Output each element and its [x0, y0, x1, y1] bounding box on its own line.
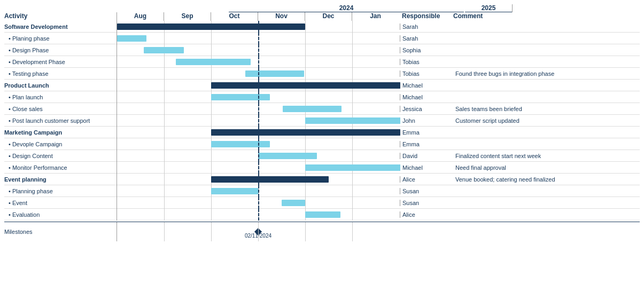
activity-cell: • Close sales	[4, 106, 117, 112]
grid-line	[305, 138, 306, 150]
year-header: 2024 2025	[4, 4, 640, 12]
grid-line	[211, 103, 212, 115]
grid-line	[305, 185, 306, 197]
comment-cell: Finalized content start next week	[453, 153, 541, 159]
activity-cell: Event planning	[4, 176, 117, 183]
task-bar	[305, 117, 400, 124]
task-bar	[176, 59, 251, 65]
table-row: • Planning phaseSusan	[4, 185, 640, 197]
comment-cell: Customer script updated	[453, 117, 519, 124]
grid-line	[352, 174, 353, 185]
grid-line	[211, 197, 212, 209]
grid-line	[164, 80, 165, 91]
milestone-chart: 02/11/2024	[117, 222, 400, 241]
gantt-rows: Software DevelopmentSarah• Planing phase…	[4, 21, 640, 221]
activity-cell: • Testing phase	[4, 70, 117, 77]
responsible-cell: Michael	[400, 164, 453, 171]
grid-line	[211, 162, 212, 174]
gantt-chart: 2024 2025 Activity AugSepOctNovDecJan Re…	[4, 4, 640, 241]
grid-line	[164, 103, 165, 115]
grid-line	[305, 33, 306, 44]
responsible-cell: Michael	[400, 94, 453, 100]
grid-line	[211, 209, 212, 221]
responsible-cell: Emma	[400, 129, 453, 136]
task-bar	[144, 47, 184, 53]
responsible-cell: John	[400, 117, 453, 124]
grid-line	[258, 222, 259, 241]
chart-cell	[117, 44, 400, 56]
chart-cell	[117, 103, 400, 115]
activity-cell: • Planing phase	[4, 35, 117, 42]
responsible-cell: Sophia	[400, 47, 453, 53]
table-row: Software DevelopmentSarah	[4, 21, 640, 33]
month-header-jan: Jan	[352, 12, 399, 21]
responsible-cell: Jessica	[400, 106, 453, 112]
activity-cell: • Plan launch	[4, 94, 117, 100]
grid-line	[352, 103, 353, 115]
table-row: Event planningAliceVenue booked; caterin…	[4, 174, 640, 185]
chart-cell	[117, 162, 400, 174]
month-header-sep: Sep	[164, 12, 211, 21]
responsible-cell: David	[400, 153, 453, 159]
grid-line	[258, 209, 259, 221]
grid-line	[305, 222, 306, 241]
grid-line	[164, 209, 165, 221]
summary-bar	[117, 23, 305, 30]
task-bar	[305, 164, 400, 171]
comment-cell: Found three bugs in integration phase	[453, 70, 554, 77]
activity-cell: • Design Phase	[4, 47, 117, 53]
grid-line	[164, 115, 165, 127]
grid-line	[258, 115, 259, 127]
activity-cell: • Planning phase	[4, 188, 117, 194]
table-row: • Planing phaseSarah	[4, 33, 640, 44]
grid-line	[164, 138, 165, 150]
grid-line	[305, 56, 306, 68]
table-row: • Devople CampaignEmma	[4, 138, 640, 150]
month-header-nov: Nov	[258, 12, 305, 21]
month-header-aug: Aug	[117, 12, 164, 21]
year-2025-label: 2025	[465, 4, 512, 12]
grid-line	[305, 21, 306, 33]
table-row: • Design ContentDavidFinalized content s…	[4, 150, 640, 162]
table-row: • Monitor PerformanceMichaelNeed final a…	[4, 162, 640, 174]
activity-cell: • Evaluation	[4, 211, 117, 218]
table-row: • EvaluationAlice	[4, 209, 640, 221]
grid-line	[164, 68, 165, 80]
task-bar	[258, 153, 317, 159]
task-bar	[211, 188, 258, 194]
grid-line	[352, 150, 353, 162]
grid-line	[352, 222, 353, 241]
grid-line	[164, 197, 165, 209]
grid-line	[211, 222, 212, 241]
activity-cell: • Post launch customer support	[4, 117, 117, 124]
chart-cell	[117, 197, 400, 209]
activity-cell: Software Development	[4, 23, 117, 30]
grid-line	[164, 222, 165, 241]
chart-cell	[117, 150, 400, 162]
year-2024-label: 2024	[229, 4, 464, 12]
chart-cell	[117, 185, 400, 197]
comment-cell: Sales teams been briefed	[453, 106, 522, 112]
grid-line	[305, 91, 306, 103]
grid-line	[352, 185, 353, 197]
grid-line	[164, 185, 165, 197]
activity-cell: • Design Content	[4, 153, 117, 159]
milestones-row: Milestones 02/11/2024	[4, 222, 640, 241]
grid-line	[352, 138, 353, 150]
grid-line	[258, 103, 259, 115]
task-bar	[211, 141, 270, 147]
comment-cell: Need final approval	[453, 164, 506, 171]
comment-column-header: Comment	[453, 12, 483, 21]
chart-cell	[117, 115, 400, 127]
table-row: • Design PhaseSophia	[4, 44, 640, 56]
chart-cell	[117, 174, 400, 185]
activity-cell: • Monitor Performance	[4, 164, 117, 171]
responsible-cell: Alice	[400, 211, 453, 218]
table-row: • Close salesJessicaSales teams been bri…	[4, 103, 640, 115]
grid-line	[258, 162, 259, 174]
comment-cell: Venue booked; catering need finalized	[453, 176, 555, 183]
grid-line	[352, 44, 353, 56]
month-header-dec: Dec	[305, 12, 352, 21]
responsible-cell: Susan	[400, 200, 453, 206]
responsible-cell: Michael	[400, 82, 453, 89]
